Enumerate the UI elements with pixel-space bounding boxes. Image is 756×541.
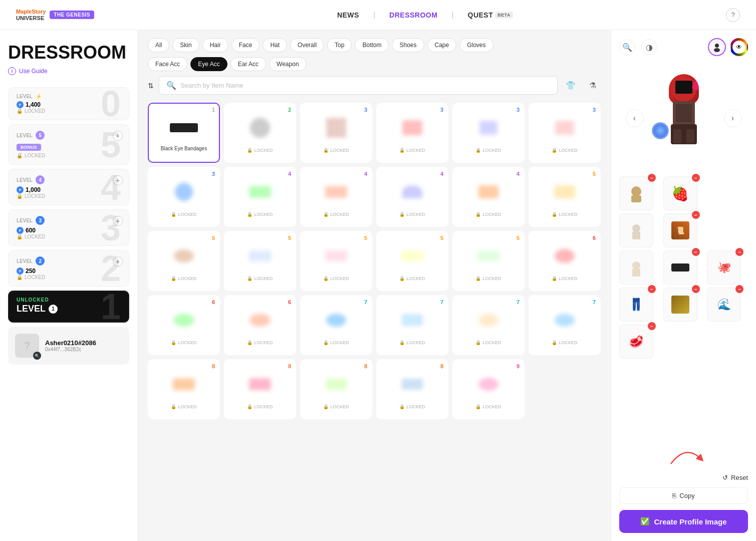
- equipped-eye-acc-slot[interactable]: −: [663, 250, 697, 285]
- prev-character-button[interactable]: ‹: [626, 109, 644, 127]
- user-avatar: ? 🔍: [15, 334, 39, 358]
- nav-dressroom[interactable]: DRESSROOM: [375, 11, 451, 19]
- tab-shoes[interactable]: Shoes: [392, 38, 424, 52]
- list-item[interactable]: 9 🔒LOCKED: [452, 359, 525, 419]
- list-item[interactable]: 6 🔒LOCKED: [529, 231, 601, 291]
- list-item[interactable]: 3 🔒LOCKED: [529, 103, 601, 163]
- level-1-card[interactable]: UNLOCKED LEVEL 1 1: [8, 291, 129, 323]
- tab-face[interactable]: Face: [231, 38, 260, 52]
- remove-wing-button[interactable]: −: [735, 285, 743, 293]
- copy-button[interactable]: ⎘ Copy: [619, 487, 748, 504]
- remove-pants-button[interactable]: −: [648, 285, 656, 293]
- equipped-wing-slot[interactable]: − 🌊: [707, 288, 741, 322]
- list-item[interactable]: 5 🔒LOCKED: [300, 231, 372, 291]
- list-item[interactable]: 6 🔒LOCKED: [224, 295, 296, 355]
- remove-armor-button[interactable]: −: [692, 285, 700, 293]
- genesis-badge: THE GENESIS: [50, 11, 94, 19]
- equipped-food-slot[interactable]: − 🥩: [619, 325, 653, 359]
- list-item[interactable]: 8 🔒LOCKED: [376, 359, 448, 419]
- tab-eye-acc[interactable]: Eye Acc: [190, 57, 227, 71]
- equipped-head-slot[interactable]: − 🍓: [663, 176, 697, 210]
- list-item[interactable]: 3 🔒LOCKED: [452, 103, 525, 163]
- avatar-search-icon[interactable]: 🔍: [33, 352, 41, 360]
- equipped-body2-slot[interactable]: [619, 250, 653, 285]
- zoom-out-icon[interactable]: 🔍: [619, 39, 635, 55]
- list-item[interactable]: 3 🔒LOCKED: [148, 167, 220, 227]
- search-box: 🔍: [159, 76, 558, 95]
- equipped-pants-slot[interactable]: − 👖: [619, 288, 653, 322]
- tab-skin[interactable]: Skin: [172, 38, 199, 52]
- remove-eye-acc-button[interactable]: −: [692, 248, 700, 256]
- contrast-icon[interactable]: ◑: [641, 39, 657, 55]
- list-item[interactable]: 3 🔒LOCKED: [300, 103, 372, 163]
- search-row: ⇅ 🔍 👕 ⚗: [148, 76, 601, 95]
- tab-hair[interactable]: Hair: [202, 38, 228, 52]
- tab-overall[interactable]: Overall: [290, 38, 324, 52]
- nav-news[interactable]: NEWS: [323, 11, 373, 19]
- profile-circle-2[interactable]: 👁: [730, 38, 748, 56]
- level-5-card[interactable]: + LEVEL 5 BONUS 🔒 LOCKED 5: [8, 124, 129, 165]
- use-guide-link[interactable]: i Use Guide: [8, 67, 129, 75]
- equipped-armor-slot[interactable]: −: [663, 288, 697, 322]
- equipped-creature-slot[interactable]: − 🐙: [707, 250, 741, 285]
- tab-face-acc[interactable]: Face Acc: [148, 57, 187, 71]
- remove-creature-button[interactable]: −: [735, 248, 743, 256]
- list-item[interactable]: 8 🔒LOCKED: [300, 359, 372, 419]
- equipped-face-slot[interactable]: −: [619, 176, 653, 210]
- search-icon: 🔍: [166, 81, 176, 90]
- list-item[interactable]: 5 🔒LOCKED: [529, 167, 601, 227]
- tab-weapon[interactable]: Weapon: [269, 57, 306, 71]
- equipped-body-slot[interactable]: [619, 213, 653, 247]
- equipped-empty-slot: [707, 176, 741, 210]
- list-item[interactable]: 7 🔒LOCKED: [452, 295, 525, 355]
- list-item[interactable]: 4 🔒LOCKED: [224, 167, 296, 227]
- list-item[interactable]: 5 🔒LOCKED: [452, 231, 525, 291]
- tab-all[interactable]: All: [148, 38, 169, 52]
- item-black-eye-bandages[interactable]: 1 Black Eye Bandages: [148, 103, 220, 163]
- level-0-card[interactable]: LEVEL ⚡ P 1,400 🔒 LOCKED 0: [8, 87, 129, 120]
- next-character-button[interactable]: ›: [724, 109, 742, 127]
- list-item[interactable]: 4 🔒LOCKED: [376, 167, 448, 227]
- tab-ear-acc[interactable]: Ear Acc: [230, 57, 266, 71]
- tab-bottom[interactable]: Bottom: [355, 38, 389, 52]
- equipped-scroll-slot[interactable]: − 📜: [663, 213, 697, 247]
- create-profile-button[interactable]: ✅ Create Profile Image: [619, 510, 748, 533]
- list-item[interactable]: 7 🔒LOCKED: [376, 295, 448, 355]
- list-item[interactable]: 2 🔒LOCKED: [224, 103, 296, 163]
- list-item[interactable]: 4 🔒LOCKED: [452, 167, 525, 227]
- arrow-pointer: [666, 439, 706, 471]
- remove-scroll-button[interactable]: −: [692, 211, 700, 219]
- sort-button[interactable]: ⇅: [148, 82, 154, 90]
- level-2-card[interactable]: + LEVEL 2 P 250 🔒 LOCKED 2: [8, 250, 129, 287]
- profile-circle-1[interactable]: [708, 38, 726, 56]
- remove-head-button[interactable]: −: [692, 174, 700, 182]
- tab-cape[interactable]: Cape: [427, 38, 457, 52]
- list-item[interactable]: 7 🔒LOCKED: [300, 295, 372, 355]
- nav-quest[interactable]: QUEST BETA: [454, 11, 528, 19]
- tab-hat[interactable]: Hat: [263, 38, 287, 52]
- wardrobe-icon[interactable]: 👕: [563, 78, 579, 94]
- list-item[interactable]: 5 🔒LOCKED: [224, 231, 296, 291]
- level-1-indicator: [8, 302, 10, 312]
- remove-food-button[interactable]: −: [648, 322, 656, 330]
- list-item[interactable]: 8 🔒LOCKED: [148, 359, 220, 419]
- item-rarity: 1: [212, 107, 215, 113]
- list-item[interactable]: 8 🔒LOCKED: [224, 359, 296, 419]
- list-item[interactable]: 4 🔒LOCKED: [300, 167, 372, 227]
- list-item[interactable]: 5 🔒LOCKED: [376, 231, 448, 291]
- tab-gloves[interactable]: Gloves: [459, 38, 493, 52]
- help-button[interactable]: ?: [726, 8, 740, 22]
- level-3-card[interactable]: + LEVEL 3 P 600 🔒 LOCKED 3: [8, 209, 129, 246]
- list-item[interactable]: 5 🔒LOCKED: [148, 231, 220, 291]
- list-item[interactable]: 6 🔒LOCKED: [148, 295, 220, 355]
- tab-top[interactable]: Top: [327, 38, 352, 52]
- svg-rect-3: [631, 195, 641, 202]
- main-nav: NEWS | DRESSROOM | QUEST BETA: [124, 11, 726, 20]
- remove-face-button[interactable]: −: [648, 174, 656, 182]
- list-item[interactable]: 7 🔒LOCKED: [529, 295, 601, 355]
- level-4-card[interactable]: + LEVEL 4 P 1,000 🔒 LOCKED 4: [8, 169, 129, 205]
- filter-icon[interactable]: ⚗: [585, 78, 601, 94]
- search-input[interactable]: [180, 82, 550, 89]
- reset-button[interactable]: ↺ Reset: [722, 474, 748, 481]
- list-item[interactable]: 3 🔒LOCKED: [376, 103, 448, 163]
